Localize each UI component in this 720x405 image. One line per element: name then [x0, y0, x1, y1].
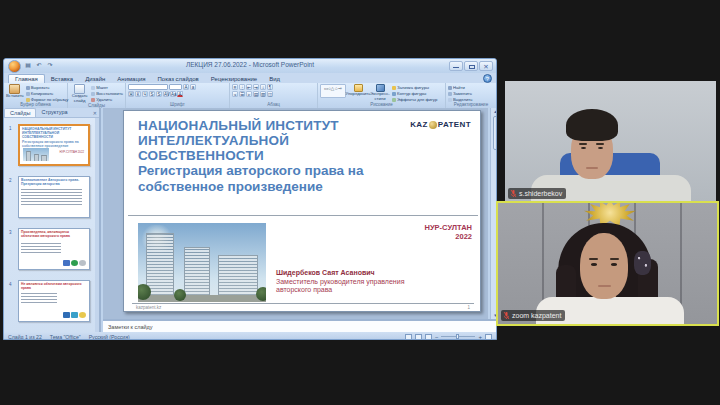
shape-fill-icon	[392, 86, 396, 90]
delete-slide-icon	[91, 98, 95, 102]
normal-view-button[interactable]	[405, 334, 412, 340]
ribbon-tab-strip: Главная Вставка Дизайн Анимация Показ сл…	[4, 73, 496, 83]
arrange-button[interactable]: Упорядочить	[348, 84, 368, 102]
pane-close-icon[interactable]: ✕	[93, 110, 97, 116]
cut-button[interactable]: Вырезать	[26, 85, 69, 90]
pane-tab-slides[interactable]: Слайды	[4, 108, 36, 117]
shape-fill-button[interactable]: Заливка фигуры	[392, 85, 437, 90]
indent-less-icon[interactable]: ⇤	[246, 84, 252, 90]
smartart-convert-icon[interactable]: ◫	[267, 91, 273, 97]
delete-slide-button[interactable]: Удалить	[91, 97, 123, 102]
slide-thumbnail-4[interactable]: Не являются объектами авторского права	[18, 280, 90, 322]
layout-button[interactable]: Макет	[91, 85, 123, 90]
shapes-gallery[interactable]: ▭○△☆⇨	[320, 84, 346, 98]
window-controls: ✕	[449, 61, 493, 71]
pane-tab-strip: Слайды Структура ✕	[4, 108, 99, 118]
tab-review[interactable]: Рецензирование	[205, 75, 263, 83]
banknote-clipart-icon	[71, 312, 78, 318]
indent-more-icon[interactable]: ⇥	[253, 84, 259, 90]
reset-label: Восстановить	[96, 91, 123, 96]
tab-slideshow[interactable]: Показ слайдов	[152, 75, 205, 83]
eyebrow	[596, 143, 604, 145]
shape-effects-icon	[392, 98, 396, 102]
window-title: ЛЕКЦИЯ 27.06.2022 - Microsoft PowerPoint	[4, 61, 496, 68]
tab-insert[interactable]: Вставка	[45, 75, 79, 83]
zoom-in-icon[interactable]: +	[478, 334, 482, 340]
zoom-out-icon[interactable]: −	[435, 334, 439, 340]
minimize-button[interactable]	[449, 61, 463, 71]
close-button[interactable]: ✕	[479, 61, 493, 71]
font-size-input[interactable]	[169, 84, 182, 90]
font-name-input[interactable]	[128, 84, 168, 90]
tall-building	[146, 233, 174, 295]
text-direction-icon[interactable]: ¶	[267, 84, 273, 90]
underline-button[interactable]: Ч	[142, 91, 148, 97]
year-text: 2022	[425, 232, 472, 241]
zoom-slider-thumb[interactable]	[456, 334, 459, 340]
zoom-slider[interactable]	[441, 336, 475, 338]
line-spacing-icon[interactable]: ↕	[260, 84, 266, 90]
align-center-icon[interactable]: ☰	[239, 91, 245, 97]
character-spacing-button[interactable]: AV	[163, 91, 169, 97]
new-slide-button[interactable]: Создать слайд	[70, 84, 89, 103]
justify-icon[interactable]: ▤	[253, 91, 259, 97]
slide-number: 1	[467, 305, 470, 310]
scrollbar-thumb[interactable]	[493, 116, 498, 150]
strikethrough-button[interactable]: S	[149, 91, 155, 97]
slide-sorter-view-button[interactable]	[415, 334, 422, 340]
align-left-icon[interactable]: ⫷	[232, 91, 238, 97]
quick-styles-button[interactable]: Экспресс-стили	[370, 84, 390, 102]
numbering-icon[interactable]: ⋮	[239, 84, 245, 90]
pane-scrollbar[interactable]	[95, 118, 99, 332]
replace-button[interactable]: Заменить	[448, 91, 472, 96]
eye	[591, 263, 597, 266]
format-painter-icon	[26, 98, 30, 102]
align-right-icon[interactable]: ⫸	[246, 91, 252, 97]
select-icon	[448, 98, 452, 102]
bullets-icon[interactable]: ≡	[232, 84, 238, 90]
shape-outline-button[interactable]: Контур фигуры	[392, 91, 437, 96]
notes-pane[interactable]: Заметки к слайду	[103, 319, 497, 332]
cut-label: Вырезать	[31, 85, 50, 90]
slide-thumbnail-1[interactable]: НАЦИОНАЛЬНЫЙ ИНСТИТУТ ИНТЕЛЛЕКТУАЛЬНОЙ С…	[18, 124, 90, 166]
title-bar[interactable]: ▤ ↶ ↷ ЛЕКЦИЯ 27.06.2022 - Microsoft Powe…	[4, 59, 496, 73]
org-line1: НАЦИОНАЛЬНЫЙ ИНСТИТУТ	[138, 118, 388, 133]
participant-name-tag: s.shiderbekov	[508, 188, 566, 199]
help-icon[interactable]: ?	[483, 74, 492, 83]
logo-emblem-icon	[429, 121, 437, 129]
slide-thumbnail-2[interactable]: Возникновение Авторского права. Презумпц…	[18, 176, 90, 218]
bold-button[interactable]: Ж	[128, 91, 134, 97]
slide-thumbnail-3[interactable]: Произведения, являющиеся объектами автор…	[18, 228, 90, 270]
reset-button[interactable]: Восстановить	[91, 91, 123, 96]
find-button[interactable]: Найти	[448, 85, 472, 90]
tab-animations[interactable]: Анимация	[111, 75, 151, 83]
shrink-font-icon[interactable]: a	[190, 84, 196, 90]
find-icon	[448, 86, 452, 90]
thumb4-title: Не являются объектами авторского права	[21, 283, 87, 291]
tab-home[interactable]: Главная	[8, 74, 45, 83]
paste-button[interactable]: Вставить	[6, 84, 24, 102]
chart-clipart-icon	[63, 260, 70, 266]
tab-view[interactable]: Вид	[263, 75, 286, 83]
mic-muted-icon	[503, 311, 510, 320]
footer-site: kazpatent.kz	[136, 305, 161, 310]
fit-to-window-button[interactable]	[485, 334, 492, 340]
copy-icon	[26, 92, 30, 96]
scroll-up-icon[interactable]: ▲	[492, 109, 497, 114]
presenter-role-line2: авторского права	[276, 286, 404, 295]
grow-font-icon[interactable]: A	[183, 84, 189, 90]
italic-button[interactable]: К	[135, 91, 141, 97]
maximize-button[interactable]	[464, 61, 478, 71]
tab-design[interactable]: Дизайн	[79, 75, 111, 83]
font-color-button[interactable]: A	[177, 91, 183, 97]
delete-slide-label: Удалить	[96, 97, 112, 102]
copy-button[interactable]: Копировать	[26, 91, 69, 96]
slideshow-view-button[interactable]	[425, 334, 432, 340]
shadow-button[interactable]: S	[156, 91, 162, 97]
slide-canvas[interactable]: НАЦИОНАЛЬНЫЙ ИНСТИТУТ ИНТЕЛЛЕКТУАЛЬНОЙ С…	[123, 110, 481, 312]
columns-icon[interactable]: ▥	[260, 91, 266, 97]
change-case-button[interactable]: Aa	[170, 91, 176, 97]
group-clipboard: Вставить Вырезать Копировать Формат по о…	[4, 83, 68, 108]
pane-tab-outline[interactable]: Структура	[36, 108, 72, 117]
subtitle-line1: Регистрация авторского права на	[138, 163, 398, 179]
